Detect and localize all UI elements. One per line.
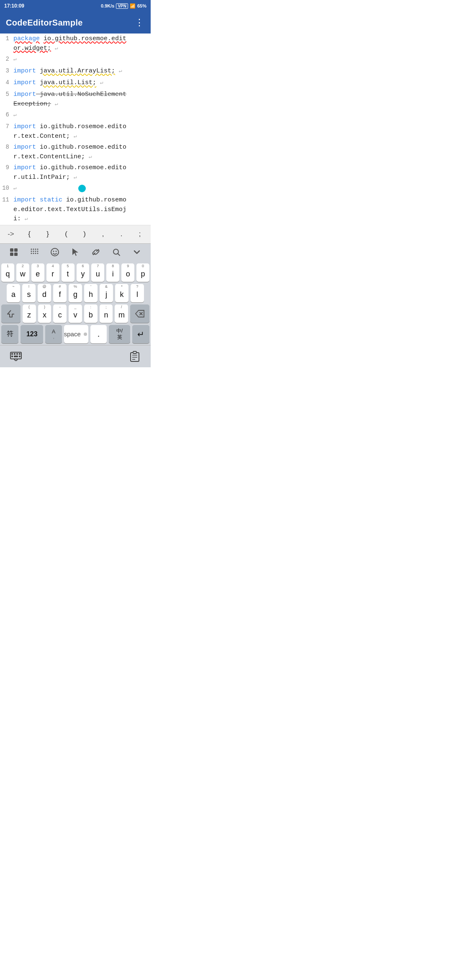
key-backspace[interactable] <box>130 304 149 323</box>
kb-tool-chevron-down[interactable] <box>127 245 147 260</box>
tab-key-arrow[interactable]: -> <box>2 227 20 242</box>
svg-point-14 <box>35 253 36 254</box>
line1-ret: ↵ <box>55 45 58 52</box>
clipboard-icon[interactable] <box>127 349 142 364</box>
status-left: 17:10:09 <box>4 3 24 9</box>
svg-rect-28 <box>16 353 18 355</box>
svg-point-6 <box>35 249 36 250</box>
svg-point-24 <box>84 333 87 336</box>
key-r[interactable]: 4r <box>46 263 59 282</box>
keyboard-switch-icon[interactable] <box>8 349 23 364</box>
line5-text1: java.util.NoSuchElement <box>36 91 126 98</box>
line-content-6: ↵ <box>13 110 151 121</box>
line-num-8: 8 <box>0 142 13 152</box>
line7-ret: ↵ <box>74 133 77 139</box>
key-u[interactable]: 7u <box>91 263 104 282</box>
space-label: space <box>64 330 81 338</box>
kb-tool-cursor[interactable] <box>65 245 85 260</box>
key-period[interactable]: . <box>90 325 107 343</box>
code-line-4: 4 import java.util.List; ↵ <box>0 77 151 89</box>
key-d[interactable]: @d <box>38 284 51 302</box>
key-n[interactable]: ;n <box>100 304 113 323</box>
tab-key-comma[interactable]: , <box>94 227 112 242</box>
line3-text: java.util.ArrayList; <box>40 67 115 75</box>
kb-tool-search[interactable] <box>106 245 127 260</box>
cursor-dot <box>78 185 86 192</box>
tab-key-close-brace[interactable]: } <box>39 227 57 242</box>
svg-point-13 <box>33 253 34 254</box>
line3-ret: ↵ <box>119 68 122 74</box>
kw-import8: import <box>13 144 36 151</box>
code-editor[interactable]: 1 package io.github.rosemoe.edit or.widg… <box>0 34 151 225</box>
line1-path1: io.github.rosemoe.edit <box>44 35 126 42</box>
kw-static11: static <box>40 196 62 204</box>
line-num-2: 2 <box>0 54 13 64</box>
code-line-10: 10 ↵ <box>0 183 151 195</box>
key-o[interactable]: 9o <box>121 263 134 282</box>
key-shift[interactable] <box>1 304 21 323</box>
tab-key-semi[interactable]: ; <box>131 227 149 242</box>
tab-key-close-paren[interactable]: ) <box>75 227 94 242</box>
speed: 0.9K/s <box>101 3 114 8</box>
key-j[interactable]: &j <box>100 284 113 302</box>
kw-import7: import <box>13 123 36 130</box>
key-enter[interactable]: ↵ <box>132 325 149 343</box>
kb-tool-grid4[interactable] <box>3 245 24 260</box>
kb-tool-grid-dots[interactable] <box>24 245 44 260</box>
line6-ret: ↵ <box>13 112 17 118</box>
key-space[interactable]: space <box>64 325 88 343</box>
menu-button[interactable]: ⋮ <box>135 17 145 28</box>
key-g[interactable]: %g <box>69 284 82 302</box>
svg-rect-29 <box>19 353 21 355</box>
line11-text3: i: <box>13 215 21 222</box>
line11-text2: e.editor.text.TextUtils.isEmoj <box>13 206 126 213</box>
line9-ret: ↵ <box>74 174 77 181</box>
key-c[interactable]: -c <box>53 304 67 323</box>
key-s[interactable]: !s <box>22 284 36 302</box>
key-x[interactable]: )x <box>38 304 51 323</box>
key-w[interactable]: 2w <box>16 263 29 282</box>
key-123[interactable]: 123 <box>21 325 43 343</box>
key-fu[interactable]: 符 <box>1 325 18 343</box>
key-i[interactable]: 8i <box>106 263 119 282</box>
app-title: CodeEditorSample <box>6 18 83 28</box>
tab-key-dot[interactable]: . <box>112 227 131 242</box>
key-t[interactable]: 5t <box>62 263 74 282</box>
key-p[interactable]: 0p <box>136 263 149 282</box>
line-num-9: 9 <box>0 162 13 172</box>
svg-rect-30 <box>11 356 13 357</box>
svg-rect-3 <box>14 253 18 256</box>
kb-row-3: (z )x -c _v :b ;n /m <box>1 304 149 323</box>
tab-key-open-paren[interactable]: ( <box>57 227 75 242</box>
kb-toolbar <box>0 243 151 261</box>
line-content-7: import io.github.rosemoe.edito r.text.Co… <box>13 121 151 142</box>
key-k[interactable]: *k <box>115 284 128 302</box>
key-m[interactable]: /m <box>115 304 128 323</box>
svg-marker-19 <box>72 248 78 256</box>
svg-point-15 <box>37 253 38 254</box>
app-bar: CodeEditorSample ⋮ <box>0 12 151 34</box>
code-line-1: 1 package io.github.rosemoe.edit or.widg… <box>0 34 151 54</box>
key-a[interactable]: ~a <box>7 284 20 302</box>
key-y[interactable]: 6y <box>77 263 90 282</box>
key-z[interactable]: (z <box>23 304 36 323</box>
code-line-2: 2 ↵ <box>0 54 151 66</box>
line-num-6: 6 <box>0 110 13 119</box>
key-e[interactable]: 3e <box>31 263 44 282</box>
key-v[interactable]: _v <box>69 304 82 323</box>
line2-ret: ↵ <box>13 56 17 62</box>
kb-tool-link[interactable] <box>86 245 106 260</box>
status-bar: 17:10:09 0.9K/s VPN 📶 65% <box>0 0 151 12</box>
svg-rect-32 <box>19 356 21 357</box>
key-h[interactable]: 'h <box>84 284 98 302</box>
kb-tool-emoji[interactable] <box>44 245 65 260</box>
code-line-11: 11 import static io.github.rosemo e.edit… <box>0 195 151 225</box>
key-q[interactable]: 1q <box>1 263 14 282</box>
tab-key-open-brace[interactable]: { <box>20 227 39 242</box>
key-f[interactable]: #f <box>53 284 67 302</box>
key-zh[interactable]: 中/英 <box>109 325 130 343</box>
key-l[interactable]: ?l <box>131 284 144 302</box>
key-b[interactable]: :b <box>84 304 98 323</box>
line-num-1: 1 <box>0 34 13 43</box>
key-handwrite[interactable]: A , <box>45 325 62 343</box>
